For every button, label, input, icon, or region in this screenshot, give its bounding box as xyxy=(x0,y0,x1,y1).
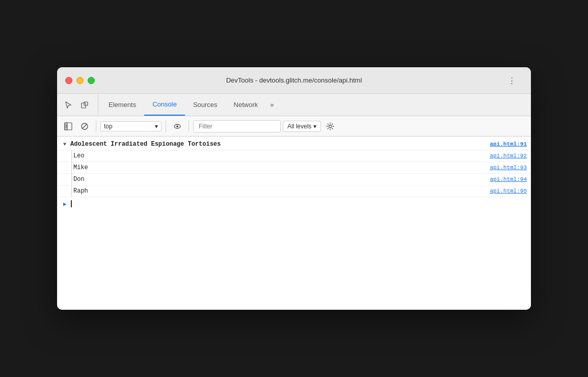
tab-console-label: Console xyxy=(152,100,177,108)
prompt-cursor xyxy=(71,200,72,207)
tab-network[interactable]: Network xyxy=(226,94,266,116)
item-0-source[interactable]: api.html:92 xyxy=(490,153,527,159)
item-1-text: Mike xyxy=(73,164,88,171)
svg-point-8 xyxy=(176,125,178,127)
tab-more-button[interactable]: » xyxy=(266,94,278,116)
context-selector[interactable]: top ▾ xyxy=(100,121,162,131)
levels-dropdown[interactable]: All levels ▾ xyxy=(283,121,321,132)
collapse-arrow-icon[interactable]: ▼ xyxy=(63,142,66,147)
filter-input[interactable] xyxy=(196,122,278,131)
console-settings-button[interactable] xyxy=(323,119,337,133)
console-group-children: Leo api.html:92 Mike api.html:93 Don api… xyxy=(57,150,531,197)
tab-elements-label: Elements xyxy=(109,101,136,109)
gear-icon xyxy=(326,122,334,130)
console-toolbar: top ▾ All levels ▾ xyxy=(57,116,531,137)
close-button[interactable] xyxy=(65,77,72,84)
item-2-source[interactable]: api.html:94 xyxy=(490,176,527,182)
tab-bar: Elements Console Sources Network » xyxy=(57,94,531,116)
chevron-down-icon: ▾ xyxy=(155,123,158,130)
item-1-left: Mike xyxy=(73,164,490,171)
window-title: DevTools - devtools.glitch.me/console/ap… xyxy=(226,76,362,84)
console-content: ▼ Adolescent Irradiated Espionage Tortoi… xyxy=(57,137,531,310)
minimize-button[interactable] xyxy=(76,77,84,84)
group-header-left: ▼ Adolescent Irradiated Espionage Tortoi… xyxy=(63,141,490,148)
traffic-lights xyxy=(65,77,95,84)
console-prompt-row[interactable]: ▶ xyxy=(57,197,531,210)
item-0-left: Leo xyxy=(73,152,490,159)
devtools-icons xyxy=(61,94,98,116)
item-2-text: Don xyxy=(73,176,85,183)
eye-button[interactable] xyxy=(170,119,184,133)
svg-line-6 xyxy=(83,124,87,128)
maximize-button[interactable] xyxy=(88,77,95,84)
item-3-left: Raph xyxy=(73,187,490,195)
toolbar-divider-2 xyxy=(166,120,166,132)
cursor-icon xyxy=(64,101,72,109)
console-item-1[interactable]: Mike api.html:93 xyxy=(57,162,531,174)
console-item-3[interactable]: Raph api.html:95 xyxy=(57,185,531,197)
eye-icon xyxy=(173,122,181,130)
sidebar-icon xyxy=(64,122,72,130)
item-2-left: Don xyxy=(73,176,490,183)
item-3-text: Raph xyxy=(73,187,88,195)
sidebar-toggle-button[interactable] xyxy=(61,119,75,133)
devtools-window: DevTools - devtools.glitch.me/console/ap… xyxy=(57,67,531,310)
tab-more-icon: » xyxy=(270,101,274,109)
clear-console-button[interactable] xyxy=(77,119,92,133)
prompt-arrow-icon: ▶ xyxy=(63,201,67,207)
levels-chevron-icon: ▾ xyxy=(313,123,316,130)
console-item-0[interactable]: Leo api.html:92 xyxy=(57,150,531,162)
item-1-source[interactable]: api.html:93 xyxy=(490,165,527,171)
tab-network-label: Network xyxy=(234,101,258,109)
tab-console[interactable]: Console xyxy=(144,94,185,116)
device-toolbar-button[interactable] xyxy=(77,98,92,112)
item-3-source[interactable]: api.html:95 xyxy=(490,188,527,194)
toolbar-divider-1 xyxy=(96,120,96,132)
svg-point-9 xyxy=(329,125,332,127)
tab-elements[interactable]: Elements xyxy=(100,94,144,116)
tab-sources-label: Sources xyxy=(193,101,218,109)
tab-sources[interactable]: Sources xyxy=(185,94,226,116)
more-options-button[interactable]: ⋮ xyxy=(504,73,519,88)
levels-label: All levels xyxy=(287,123,311,130)
console-group-header[interactable]: ▼ Adolescent Irradiated Espionage Tortoi… xyxy=(57,139,531,150)
group-header-text: Adolescent Irradiated Espionage Tortoise… xyxy=(70,141,221,148)
ban-icon xyxy=(81,122,89,130)
cursor-icon-button[interactable] xyxy=(61,98,75,112)
item-0-text: Leo xyxy=(73,152,85,159)
context-value: top xyxy=(104,123,113,130)
title-bar-end: ⋮ xyxy=(504,73,523,88)
console-item-2[interactable]: Don api.html:94 xyxy=(57,174,531,185)
title-bar: DevTools - devtools.glitch.me/console/ap… xyxy=(57,67,531,94)
filter-container xyxy=(193,120,281,132)
group-header-source[interactable]: api.html:91 xyxy=(490,141,527,147)
toolbar-divider-3 xyxy=(189,120,189,132)
more-icon: ⋮ xyxy=(508,76,516,85)
device-icon xyxy=(81,101,89,109)
